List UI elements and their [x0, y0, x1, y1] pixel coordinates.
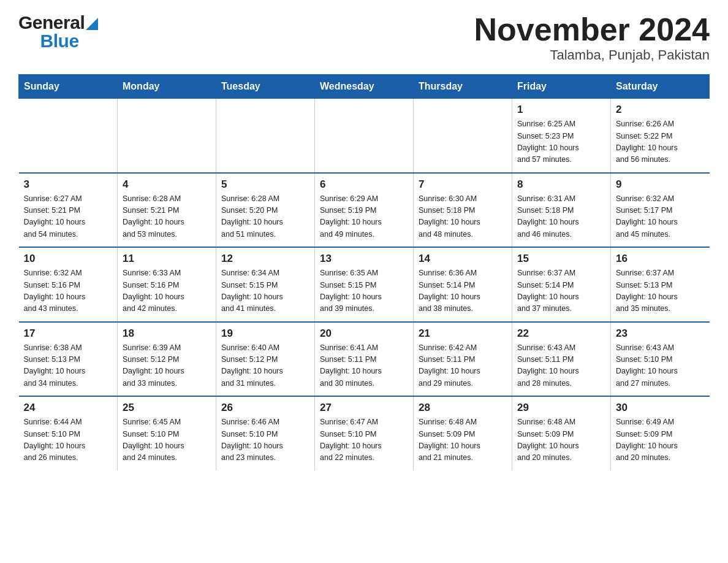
day-info: Sunrise: 6:45 AMSunset: 5:10 PMDaylight:…: [123, 416, 211, 464]
day-number: 16: [616, 253, 705, 265]
table-row: 30Sunrise: 6:49 AMSunset: 5:09 PMDayligh…: [611, 396, 710, 470]
table-row: [19, 99, 118, 173]
header-tuesday: Tuesday: [216, 75, 315, 99]
table-row: 1Sunrise: 6:25 AMSunset: 5:23 PMDaylight…: [512, 99, 611, 173]
day-info: Sunrise: 6:28 AMSunset: 5:21 PMDaylight:…: [123, 193, 211, 241]
table-row: 19Sunrise: 6:40 AMSunset: 5:12 PMDayligh…: [216, 322, 315, 397]
table-row: 27Sunrise: 6:47 AMSunset: 5:10 PMDayligh…: [315, 396, 414, 470]
logo: General Blue: [18, 12, 98, 52]
day-info: Sunrise: 6:34 AMSunset: 5:15 PMDaylight:…: [221, 267, 309, 315]
day-number: 18: [123, 327, 211, 340]
calendar-header-row: Sunday Monday Tuesday Wednesday Thursday…: [19, 75, 710, 99]
day-info: Sunrise: 6:46 AMSunset: 5:10 PMDaylight:…: [221, 416, 309, 464]
day-info: Sunrise: 6:28 AMSunset: 5:20 PMDaylight:…: [221, 193, 309, 241]
day-info: Sunrise: 6:40 AMSunset: 5:12 PMDaylight:…: [221, 342, 309, 390]
day-number: 10: [24, 253, 113, 265]
calendar-week-row: 3Sunrise: 6:27 AMSunset: 5:21 PMDaylight…: [19, 173, 710, 248]
header-thursday: Thursday: [414, 75, 512, 99]
day-number: 14: [419, 253, 507, 265]
day-number: 28: [419, 402, 507, 414]
title-block: November 2024 Talamba, Punjab, Pakistan: [474, 12, 710, 63]
day-number: 11: [123, 253, 211, 265]
day-info: Sunrise: 6:39 AMSunset: 5:12 PMDaylight:…: [123, 342, 211, 390]
day-number: 17: [24, 327, 113, 340]
day-number: 29: [517, 402, 605, 414]
day-number: 21: [419, 327, 507, 340]
day-number: 9: [616, 178, 705, 191]
day-info: Sunrise: 6:35 AMSunset: 5:15 PMDaylight:…: [320, 267, 408, 315]
day-info: Sunrise: 6:44 AMSunset: 5:10 PMDaylight:…: [24, 416, 113, 464]
table-row: 13Sunrise: 6:35 AMSunset: 5:15 PMDayligh…: [315, 247, 414, 322]
day-number: 23: [616, 327, 705, 340]
day-info: Sunrise: 6:32 AMSunset: 5:17 PMDaylight:…: [616, 193, 705, 241]
table-row: 6Sunrise: 6:29 AMSunset: 5:19 PMDaylight…: [315, 173, 414, 248]
table-row: [118, 99, 216, 173]
day-info: Sunrise: 6:41 AMSunset: 5:11 PMDaylight:…: [320, 342, 408, 390]
logo-arrow-icon: [86, 18, 98, 30]
day-number: 26: [221, 402, 309, 414]
table-row: 9Sunrise: 6:32 AMSunset: 5:17 PMDaylight…: [611, 173, 710, 248]
header-monday: Monday: [118, 75, 216, 99]
header-saturday: Saturday: [611, 75, 710, 99]
calendar-week-row: 1Sunrise: 6:25 AMSunset: 5:23 PMDaylight…: [19, 99, 710, 173]
logo-general-text: General: [18, 12, 85, 33]
table-row: 28Sunrise: 6:48 AMSunset: 5:09 PMDayligh…: [414, 396, 512, 470]
table-row: [414, 99, 512, 173]
table-row: 18Sunrise: 6:39 AMSunset: 5:12 PMDayligh…: [118, 322, 216, 397]
table-row: 25Sunrise: 6:45 AMSunset: 5:10 PMDayligh…: [118, 396, 216, 470]
table-row: 7Sunrise: 6:30 AMSunset: 5:18 PMDaylight…: [414, 173, 512, 248]
table-row: [216, 99, 315, 173]
day-info: Sunrise: 6:47 AMSunset: 5:10 PMDaylight:…: [320, 416, 408, 464]
day-info: Sunrise: 6:27 AMSunset: 5:21 PMDaylight:…: [24, 193, 113, 241]
day-info: Sunrise: 6:48 AMSunset: 5:09 PMDaylight:…: [419, 416, 507, 464]
day-number: 5: [221, 178, 309, 191]
day-number: 8: [517, 178, 605, 191]
table-row: 12Sunrise: 6:34 AMSunset: 5:15 PMDayligh…: [216, 247, 315, 322]
day-number: 6: [320, 178, 408, 191]
day-number: 22: [517, 327, 605, 340]
calendar-table: Sunday Monday Tuesday Wednesday Thursday…: [18, 74, 710, 470]
day-info: Sunrise: 6:30 AMSunset: 5:18 PMDaylight:…: [419, 193, 507, 241]
table-row: 21Sunrise: 6:42 AMSunset: 5:11 PMDayligh…: [414, 322, 512, 397]
table-row: 4Sunrise: 6:28 AMSunset: 5:21 PMDaylight…: [118, 173, 216, 248]
day-number: 1: [517, 104, 605, 116]
day-info: Sunrise: 6:31 AMSunset: 5:18 PMDaylight:…: [517, 193, 605, 241]
table-row: 26Sunrise: 6:46 AMSunset: 5:10 PMDayligh…: [216, 396, 315, 470]
day-info: Sunrise: 6:29 AMSunset: 5:19 PMDaylight:…: [320, 193, 408, 241]
table-row: 24Sunrise: 6:44 AMSunset: 5:10 PMDayligh…: [19, 396, 118, 470]
day-number: 2: [616, 104, 705, 116]
day-number: 25: [123, 402, 211, 414]
day-info: Sunrise: 6:37 AMSunset: 5:13 PMDaylight:…: [616, 267, 705, 315]
day-number: 24: [24, 402, 113, 414]
day-number: 3: [24, 178, 113, 191]
day-number: 15: [517, 253, 605, 265]
logo-blue-text: Blue: [40, 31, 79, 52]
day-number: 12: [221, 253, 309, 265]
table-row: 16Sunrise: 6:37 AMSunset: 5:13 PMDayligh…: [611, 247, 710, 322]
day-info: Sunrise: 6:48 AMSunset: 5:09 PMDaylight:…: [517, 416, 605, 464]
header-sunday: Sunday: [19, 75, 118, 99]
day-info: Sunrise: 6:25 AMSunset: 5:23 PMDaylight:…: [517, 118, 605, 166]
table-row: 20Sunrise: 6:41 AMSunset: 5:11 PMDayligh…: [315, 322, 414, 397]
table-row: 8Sunrise: 6:31 AMSunset: 5:18 PMDaylight…: [512, 173, 611, 248]
day-info: Sunrise: 6:33 AMSunset: 5:16 PMDaylight:…: [123, 267, 211, 315]
day-number: 30: [616, 402, 705, 414]
table-row: 23Sunrise: 6:43 AMSunset: 5:10 PMDayligh…: [611, 322, 710, 397]
table-row: 22Sunrise: 6:43 AMSunset: 5:11 PMDayligh…: [512, 322, 611, 397]
table-row: 29Sunrise: 6:48 AMSunset: 5:09 PMDayligh…: [512, 396, 611, 470]
calendar-week-row: 24Sunrise: 6:44 AMSunset: 5:10 PMDayligh…: [19, 396, 710, 470]
day-info: Sunrise: 6:26 AMSunset: 5:22 PMDaylight:…: [616, 118, 705, 166]
day-number: 7: [419, 178, 507, 191]
day-info: Sunrise: 6:32 AMSunset: 5:16 PMDaylight:…: [24, 267, 113, 315]
day-info: Sunrise: 6:38 AMSunset: 5:13 PMDaylight:…: [24, 342, 113, 390]
day-info: Sunrise: 6:42 AMSunset: 5:11 PMDaylight:…: [419, 342, 507, 390]
day-number: 27: [320, 402, 408, 414]
table-row: 17Sunrise: 6:38 AMSunset: 5:13 PMDayligh…: [19, 322, 118, 397]
day-number: 19: [221, 327, 309, 340]
day-info: Sunrise: 6:37 AMSunset: 5:14 PMDaylight:…: [517, 267, 605, 315]
page-title: November 2024: [474, 12, 710, 47]
page-subtitle: Talamba, Punjab, Pakistan: [474, 47, 710, 63]
page-header: General Blue November 2024 Talamba, Punj…: [18, 12, 710, 63]
table-row: 15Sunrise: 6:37 AMSunset: 5:14 PMDayligh…: [512, 247, 611, 322]
table-row: [315, 99, 414, 173]
